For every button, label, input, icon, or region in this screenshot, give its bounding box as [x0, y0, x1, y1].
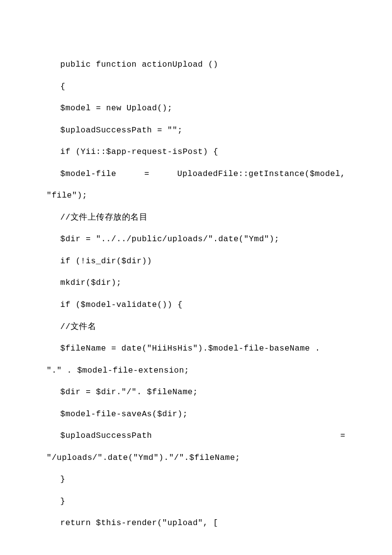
code-line: "/uploads/".date("Ymd")."/".$fileName; [47, 447, 345, 469]
code-line: if ($model-validate()) { [47, 294, 345, 316]
code-line: //文件上传存放的名目 [47, 207, 345, 229]
code-line: mkdir($dir); [47, 272, 345, 294]
code-line: $dir = "../../public/uploads/".date("Ymd… [47, 228, 345, 251]
code-line: //文件名 [47, 316, 345, 338]
code-line: $fileName = date("HiiHsHis").$model-file… [47, 338, 345, 360]
code-line: $model-file = UploadedFile::getInstance(… [47, 163, 345, 185]
code-line: return $this-render("upload", [ [47, 512, 345, 534]
code-line: $uploadSuccessPath = [47, 425, 345, 447]
code-line: if (Yii::$app-request-isPost) { [47, 141, 345, 163]
code-line: $model = new Upload(); [47, 98, 345, 120]
code-fragment: = [341, 425, 345, 447]
code-line: $model-file-saveAs($dir); [47, 404, 345, 426]
code-line: $uploadSuccessPath = ""; [47, 120, 345, 142]
code-line: "." . $model-file-extension; [47, 360, 345, 382]
code-line: if (!is_dir($dir)) [47, 251, 345, 273]
code-fragment: $uploadSuccessPath [60, 425, 152, 447]
code-line: } [47, 491, 345, 513]
code-fragment: = [144, 163, 149, 185]
code-line: public function actionUpload () [47, 54, 345, 76]
code-line: } [47, 469, 345, 491]
code-line: $dir = $dir."/". $fileName; [47, 381, 345, 404]
code-fragment: UploadedFile::getInstance($model, [177, 163, 345, 185]
code-line: { [47, 76, 345, 98]
code-line: "file"); [47, 185, 345, 207]
code-block: public function actionUpload () { $model… [47, 54, 345, 534]
code-fragment: $model-file [60, 163, 116, 185]
